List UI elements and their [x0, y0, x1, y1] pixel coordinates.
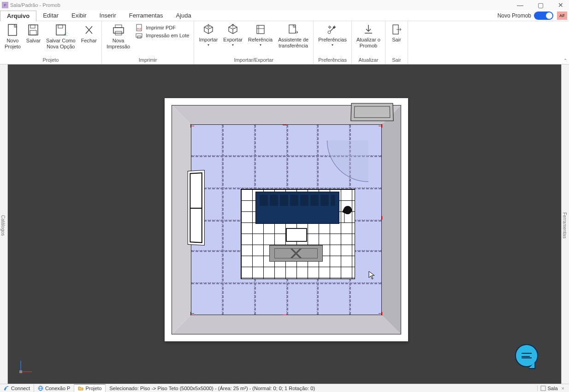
globe-icon	[38, 386, 43, 391]
assistente-transferencia-button[interactable]: Assistente de transferência	[275, 22, 311, 49]
ribbon-group-imprimir: Nova Impressão PDF Imprimir PDF Impressã…	[102, 21, 195, 64]
svg-rect-2	[30, 25, 35, 28]
import-icon	[202, 23, 215, 36]
menu-tab-exibir[interactable]: Exibir	[65, 10, 93, 21]
sofa[interactable]	[256, 192, 339, 223]
printer-icon	[111, 23, 126, 37]
group-label: Atualizar	[352, 56, 385, 64]
canvas-3d-viewport[interactable]	[8, 64, 561, 384]
chevron-down-icon: ▾	[332, 43, 333, 47]
chevron-down-icon: ▾	[232, 43, 234, 47]
tab-ferramentas[interactable]: Ferramentas	[562, 211, 567, 240]
floor[interactable]	[191, 125, 381, 315]
right-panel-tabs: Ferramentas Propriedades	[561, 64, 569, 384]
novo-projeto-button[interactable]: Novo Projeto	[2, 22, 24, 50]
svg-point-20	[5, 389, 6, 390]
folder-icon	[78, 386, 83, 391]
left-panel-tabs: Catálogos Itens Extras Inserção Automáti…	[0, 64, 8, 384]
chevron-down-icon: ▾	[260, 43, 261, 47]
ribbon-group-atualizar: Atualizar o Promob Atualizar	[352, 21, 385, 64]
svg-text:+1: +1	[64, 32, 67, 37]
novo-promob-label: Novo Promob	[498, 12, 531, 19]
app-icon: P	[2, 2, 8, 8]
status-tab-connect[interactable]: Connect	[0, 384, 34, 392]
svg-rect-3	[30, 30, 36, 35]
group-label: Projeto	[0, 56, 101, 64]
atualizar-button[interactable]: Atualizar o Promob	[354, 22, 383, 49]
svg-rect-8	[115, 25, 122, 28]
svg-rect-7	[113, 28, 124, 33]
window[interactable]	[188, 170, 204, 245]
door[interactable]	[351, 104, 393, 121]
workspace: Catálogos Itens Extras Inserção Automáti…	[0, 64, 569, 384]
close-x-icon	[83, 23, 95, 37]
transfer-icon	[287, 23, 300, 36]
chevron-down-icon: ▾	[207, 43, 209, 47]
importar-button[interactable]: Importar ▾	[196, 22, 220, 48]
exit-icon	[390, 23, 403, 36]
svg-rect-19	[19, 370, 22, 373]
fechar-button[interactable]: Fechar	[78, 22, 100, 45]
download-icon	[362, 23, 375, 36]
exportar-button[interactable]: Exportar ▾	[220, 22, 245, 48]
ribbon-group-preferencias: Preferências ▾ Preferências	[314, 21, 352, 64]
close-button[interactable]: ✕	[554, 1, 567, 9]
tools-icon	[326, 23, 339, 36]
status-tab-projeto[interactable]: Projeto	[74, 384, 106, 392]
user-badge[interactable]: AF	[557, 12, 567, 20]
menubar: Arquivo Editar Exibir Inserir Ferramenta…	[0, 10, 569, 21]
referencia-button[interactable]: Referência ▾	[245, 22, 275, 48]
svg-point-16	[328, 31, 331, 34]
menu-tab-editar[interactable]: Editar	[36, 10, 65, 21]
tv-unit[interactable]	[270, 246, 322, 261]
preferencias-button[interactable]: Preferências ▾	[315, 22, 350, 48]
chat-help-button[interactable]	[515, 344, 538, 367]
minimize-button[interactable]: —	[514, 1, 527, 9]
menu-tab-ajuda[interactable]: Ajuda	[169, 10, 197, 21]
status-tab-sala[interactable]: Sala ×	[537, 386, 569, 391]
group-label: Preferências	[314, 56, 351, 64]
sair-button[interactable]: Sair	[387, 22, 406, 44]
svg-text:PDF: PDF	[137, 28, 142, 30]
svg-rect-5	[58, 25, 63, 28]
wall-right	[381, 105, 401, 334]
statusbar: Connect Conexão P Projeto Selecionado: P…	[0, 384, 569, 392]
novo-promob-toggle[interactable]: Novo Promob	[498, 12, 553, 20]
window-title: Sala/Padrão - Promob	[10, 2, 60, 8]
wall-bottom	[172, 315, 401, 334]
save-as-icon: +1	[54, 23, 67, 37]
close-tab-icon[interactable]: ×	[560, 386, 566, 391]
door-swing-arc	[327, 140, 368, 182]
status-selection-text: Selecionado: Piso -> Piso Teto (5000x5x5…	[106, 386, 537, 391]
menu-tab-inserir[interactable]: Inserir	[93, 10, 123, 21]
svg-rect-14	[257, 25, 264, 34]
export-icon	[226, 23, 239, 36]
group-label: Sair	[385, 56, 408, 64]
ribbon-group-import-export: Importar ▾ Exportar ▾ Referência ▾ Assis…	[194, 21, 314, 64]
reference-icon	[254, 23, 267, 36]
titlebar: P Sala/Padrão - Promob — ▢ ✕	[0, 0, 569, 10]
tab-catalogos[interactable]: Catálogos	[0, 214, 6, 237]
group-label: Imprimir	[102, 56, 194, 64]
menu-tab-ferramentas[interactable]: Ferramentas	[123, 10, 170, 21]
imprimir-pdf-button[interactable]: PDF Imprimir PDF	[136, 24, 189, 31]
svg-rect-22	[541, 386, 545, 391]
axis-gizmo[interactable]	[18, 358, 35, 374]
ribbon: Novo Projeto Salvar +1 Salvar Como Nova …	[0, 21, 569, 64]
nova-impressao-button[interactable]: Nova Impressão	[104, 22, 133, 50]
menu-tab-arquivo[interactable]: Arquivo	[0, 11, 36, 22]
impressao-lote-button[interactable]: Impressão em Lote	[136, 32, 189, 39]
salvar-como-button[interactable]: +1 Salvar Como Nova Opção	[43, 22, 78, 50]
salvar-button[interactable]: Salvar	[24, 22, 43, 45]
batch-print-icon	[136, 32, 143, 39]
status-tab-conexao[interactable]: Conexão P	[34, 384, 74, 392]
toggle-switch[interactable]	[534, 12, 553, 20]
pdf-icon: PDF	[136, 24, 143, 31]
ribbon-collapse-icon[interactable]: ⌃	[563, 58, 567, 63]
ribbon-group-sair: Sair Sair	[385, 21, 408, 64]
maximize-button[interactable]: ▢	[534, 1, 547, 9]
room-icon	[540, 386, 546, 391]
group-label: Importar/Exportar	[194, 56, 313, 64]
center-table[interactable]	[286, 228, 307, 242]
new-file-icon	[6, 23, 19, 37]
